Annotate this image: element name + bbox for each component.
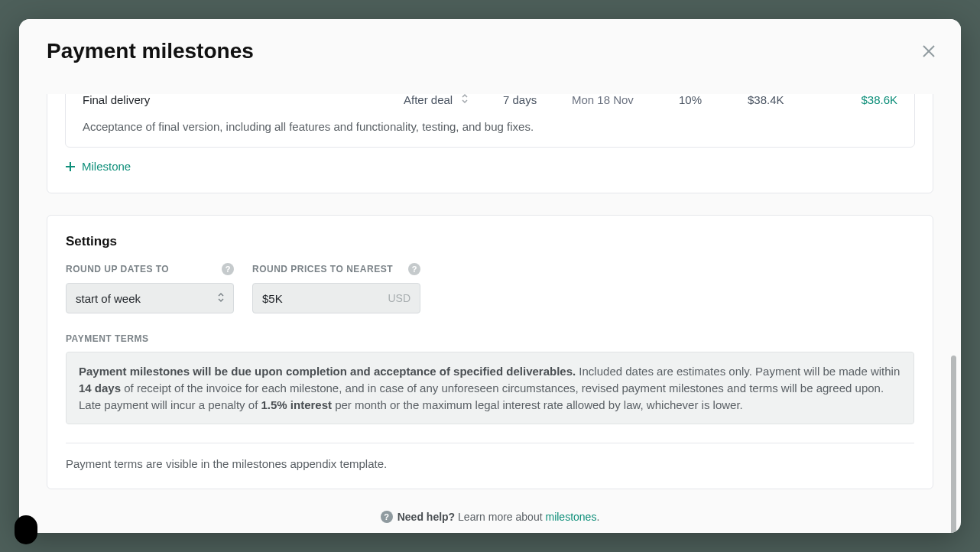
payment-terms-label: PAYMENT TERMS (66, 333, 914, 344)
milestones-link[interactable]: milestones (545, 511, 596, 523)
add-milestone-button[interactable]: Milestone (47, 148, 933, 193)
help-icon[interactable]: ? (408, 263, 420, 275)
round-prices-input[interactable]: $5K USD (252, 283, 420, 313)
close-button[interactable] (920, 42, 938, 60)
sort-icon (460, 93, 469, 106)
round-dates-select[interactable]: start of week (66, 283, 234, 313)
milestone-name: Final delivery (83, 93, 404, 106)
round-dates-value: start of week (76, 292, 141, 305)
payment-milestones-modal: Payment milestones Final delivery After … (19, 19, 961, 533)
help-icon[interactable]: ? (222, 263, 234, 275)
help-icon: ? (381, 511, 393, 523)
milestone-date: Mon 18 Nov (572, 93, 679, 106)
milestone-description: Acceptance of final version, including a… (66, 111, 914, 147)
round-dates-label: ROUND UP DATES TO (66, 264, 169, 274)
round-dates-group: ROUND UP DATES TO ? start of week (66, 263, 234, 313)
round-prices-label: ROUND PRICES TO NEAREST (252, 264, 393, 274)
milestones-card: Final delivery After deal 7 days Mon 18 … (47, 86, 933, 193)
milestone-percent: 10% (679, 93, 748, 106)
milestone-days: 7 days (503, 93, 572, 106)
terms-bold-3: 1.5% interest (261, 398, 332, 411)
help-period: . (596, 511, 599, 523)
modal-header: Payment milestones (19, 19, 961, 94)
scrollbar-thumb[interactable] (951, 356, 956, 533)
modal-body[interactable]: Final delivery After deal 7 days Mon 18 … (19, 19, 961, 533)
milestone-amount: $38.4K (748, 93, 809, 106)
help-footer: ? Need help? Learn more about milestones… (47, 511, 933, 523)
add-milestone-label: Milestone (82, 160, 131, 173)
round-prices-group: ROUND PRICES TO NEAREST ? $5K USD (252, 263, 420, 313)
settings-title: Settings (66, 234, 914, 249)
milestone-total: $38.6K (809, 93, 897, 106)
milestone-after-value: After deal (404, 93, 453, 106)
plus-icon (65, 161, 76, 172)
corner-widget[interactable] (15, 515, 37, 544)
payment-terms-textarea[interactable]: Payment milestones will be due upon comp… (66, 352, 914, 424)
terms-bold-2: 14 days (79, 382, 121, 395)
terms-text-3: per month or the maximum legal interest … (332, 398, 743, 411)
help-bold: Need help? (398, 511, 455, 523)
milestone-item: Final delivery After deal 7 days Mon 18 … (65, 87, 915, 148)
round-prices-value: $5K (262, 292, 283, 305)
close-icon (920, 42, 938, 60)
milestone-after-select[interactable]: After deal (404, 93, 503, 106)
terms-text-1: Included dates are estimates only. Payme… (576, 365, 900, 378)
settings-card: Settings ROUND UP DATES TO ? start of we… (47, 215, 933, 489)
help-text: Learn more about (458, 511, 545, 523)
settings-row: ROUND UP DATES TO ? start of week (66, 263, 914, 313)
modal-title: Payment milestones (47, 39, 933, 63)
terms-visibility-note: Payment terms are visible in the milesto… (66, 457, 914, 476)
currency-suffix: USD (388, 292, 410, 304)
terms-bold-1: Payment milestones will be due upon comp… (79, 365, 576, 378)
chevron-updown-icon (216, 291, 226, 306)
round-dates-label-row: ROUND UP DATES TO ? (66, 263, 234, 275)
round-prices-label-row: ROUND PRICES TO NEAREST ? (252, 263, 420, 275)
divider (66, 443, 914, 443)
